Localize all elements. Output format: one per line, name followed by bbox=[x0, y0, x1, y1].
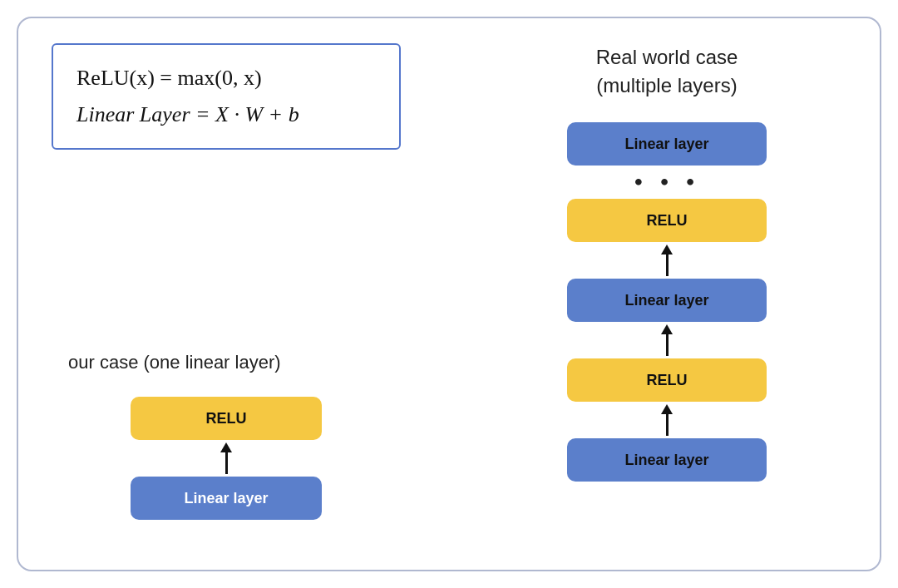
our-case-label: our case (one linear layer) bbox=[68, 352, 281, 373]
right-title: Real world case(multiple layers) bbox=[596, 43, 738, 99]
left-layer-stack: RELU Linear layer bbox=[131, 397, 322, 520]
arrowshaft-right-2 bbox=[666, 334, 669, 356]
arrow-right-2 bbox=[661, 322, 673, 358]
arrowshaft-left bbox=[225, 452, 228, 474]
right-panel: Real world case(multiple layers) Linear … bbox=[501, 43, 833, 545]
arrowhead-right-3 bbox=[661, 404, 673, 414]
linear-layer-mid-right: Linear layer bbox=[567, 279, 767, 322]
arrowshaft-right-1 bbox=[666, 254, 669, 276]
left-panel: ReLU(x) = max(0, x) Linear Layer = X · W… bbox=[52, 43, 451, 545]
arrowhead-right-1 bbox=[661, 245, 673, 254]
linear-formula: Linear Layer = X · W + b bbox=[76, 96, 376, 133]
relu-layer-top-right: RELU bbox=[567, 199, 767, 242]
arrowhead-right-2 bbox=[661, 324, 673, 334]
arrow-right-1 bbox=[661, 242, 673, 279]
linear-layer-bot-right: Linear layer bbox=[567, 438, 767, 482]
relu-layer-bot-right: RELU bbox=[567, 358, 767, 402]
formula-box: ReLU(x) = max(0, x) Linear Layer = X · W… bbox=[52, 43, 401, 150]
our-case-section: our case (one linear layer) RELU Linear … bbox=[52, 352, 401, 520]
arrowshaft-right-3 bbox=[666, 414, 669, 436]
linear-layer-left: Linear layer bbox=[131, 477, 322, 520]
arrow-left bbox=[220, 440, 232, 477]
arrowhead-left bbox=[220, 442, 232, 452]
relu-formula: ReLU(x) = max(0, x) bbox=[76, 60, 376, 96]
arrow-right-3 bbox=[661, 402, 673, 438]
relu-layer-left: RELU bbox=[131, 397, 322, 440]
main-container: ReLU(x) = max(0, x) Linear Layer = X · W… bbox=[17, 17, 881, 571]
dots-separator: • • • bbox=[634, 169, 700, 195]
linear-layer-top-right: Linear layer bbox=[567, 122, 767, 166]
right-layer-stack: Linear layer • • • RELU Linear layer REL… bbox=[567, 122, 767, 482]
